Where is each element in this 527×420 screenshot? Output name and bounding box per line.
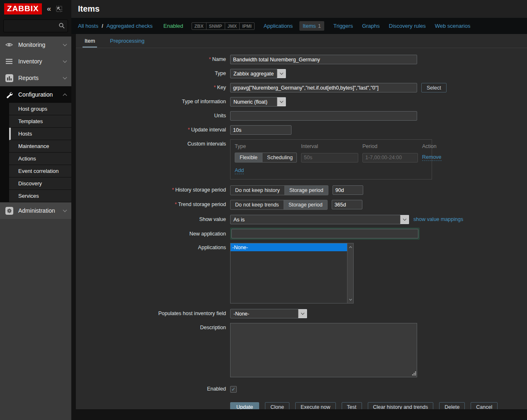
breadcrumb-host-link[interactable]: Aggregated checks: [107, 23, 153, 29]
sidebar-item-discovery[interactable]: Discovery: [9, 177, 71, 190]
new-application-input[interactable]: [231, 229, 418, 238]
sidebar-item-maintenance[interactable]: Maintenance: [9, 140, 71, 153]
title-bar: Items: [71, 0, 527, 18]
scheduling-option[interactable]: Scheduling: [262, 153, 297, 162]
tab-item[interactable]: Item: [83, 34, 97, 48]
nav-items-link[interactable]: Items1: [299, 21, 324, 31]
sidebar-item-administration[interactable]: Administration: [0, 202, 71, 219]
nav-discovery-rules-link[interactable]: Discovery rules: [389, 23, 426, 29]
inventory-field-select[interactable]: -None-: [230, 309, 307, 318]
nav-graphs-link[interactable]: Graphs: [362, 23, 380, 29]
required-marker: *: [175, 202, 177, 207]
kiosk-mode-icon[interactable]: [56, 6, 62, 12]
history-period-input[interactable]: [333, 185, 363, 195]
tab-preprocessing[interactable]: Preprocessing: [108, 34, 146, 48]
resize-handle[interactable]: [412, 371, 416, 377]
required-marker: *: [214, 85, 216, 90]
show-value-label: Show value: [199, 216, 226, 222]
type-select[interactable]: Zabbix aggregate: [230, 69, 286, 78]
key-input[interactable]: [230, 83, 417, 92]
interval-input[interactable]: [301, 153, 358, 163]
search-icon[interactable]: [58, 22, 65, 31]
sidebar-filler: [0, 219, 71, 420]
form-tabs: Item Preprocessing: [76, 34, 527, 48]
clone-button[interactable]: Clone: [265, 402, 289, 409]
scroll-up-icon[interactable]: [347, 244, 353, 250]
sidebar-item-templates[interactable]: Templates: [9, 115, 71, 128]
cancel-button[interactable]: Cancel: [471, 402, 498, 409]
show-value-select[interactable]: As is: [230, 215, 409, 224]
collapse-sidebar-icon[interactable]: «: [47, 6, 51, 12]
new-application-focus-ring: [230, 228, 420, 240]
host-status-enabled[interactable]: Enabled: [163, 23, 183, 29]
remove-interval-link[interactable]: Remove: [422, 154, 442, 161]
flexible-option[interactable]: Flexible: [235, 153, 262, 162]
wrench-icon: [5, 91, 13, 98]
badge-snmp: SNMP: [206, 22, 225, 30]
sidebar-item-monitoring[interactable]: Monitoring: [0, 36, 71, 53]
period-input[interactable]: [362, 153, 418, 163]
history-storage-toggle: Do not keep history Storage period: [230, 185, 328, 195]
execute-now-button[interactable]: Execute now: [295, 402, 336, 409]
zabbix-logo[interactable]: ZABBIX: [4, 3, 42, 15]
breadcrumb-all-hosts-link[interactable]: All hosts: [78, 23, 98, 29]
update-button[interactable]: Update: [230, 402, 259, 409]
chevron-down-icon: [63, 42, 67, 46]
type-of-information-label: Type of information: [182, 99, 226, 104]
sidebar-item-services[interactable]: Services: [9, 190, 71, 202]
do-not-keep-trends-option[interactable]: Do not keep trends: [231, 200, 284, 209]
type-of-information-select[interactable]: Numeric (float): [230, 97, 286, 107]
units-input[interactable]: [230, 111, 417, 121]
test-button[interactable]: Test: [342, 402, 362, 409]
trend-period-input[interactable]: [332, 200, 362, 209]
sidebar-item-hosts[interactable]: Hosts: [9, 128, 71, 140]
units-label: Units: [214, 113, 226, 119]
history-storage-period-option[interactable]: Storage period: [284, 186, 328, 195]
required-marker: *: [209, 56, 211, 62]
nav-web-scenarios-link[interactable]: Web scenarios: [435, 23, 471, 29]
chevron-down-icon: [277, 97, 286, 106]
delete-button[interactable]: Delete: [439, 402, 465, 409]
badge-ipmi: IPMI: [239, 22, 255, 30]
sidebar-item-configuration[interactable]: Configuration: [0, 86, 71, 103]
eye-icon: [5, 41, 13, 49]
sidebar-item-inventory[interactable]: Inventory: [0, 53, 71, 70]
applications-option-none[interactable]: -None-: [231, 243, 347, 251]
history-storage-label: History storage period: [175, 187, 226, 193]
name-input[interactable]: [230, 55, 417, 64]
enabled-checkbox[interactable]: ✓: [230, 386, 237, 393]
check-icon: ✓: [231, 386, 236, 392]
bar-chart-icon: [5, 74, 13, 82]
add-interval-link[interactable]: Add: [235, 168, 244, 174]
chevron-up-icon: [63, 93, 67, 97]
listbox-scrollbar[interactable]: [347, 243, 353, 303]
applications-label: Applications: [198, 245, 226, 250]
sidebar-item-host-groups[interactable]: Host groups: [9, 103, 71, 115]
applications-listbox[interactable]: -None-: [230, 243, 354, 303]
trend-storage-period-option[interactable]: Storage period: [284, 200, 327, 209]
list-icon: [5, 58, 13, 65]
chevron-down-icon: [277, 69, 286, 78]
scroll-down-icon[interactable]: [347, 296, 353, 302]
description-textarea[interactable]: [230, 323, 417, 377]
sidebar-item-event-correlation[interactable]: Event correlation: [9, 165, 71, 177]
nav-applications-link[interactable]: Applications: [264, 23, 293, 29]
key-select-button[interactable]: Select: [421, 83, 447, 92]
sidebar-item-actions[interactable]: Actions: [9, 153, 71, 165]
form-actions: Update Clone Execute now Test Clear hist…: [230, 402, 498, 409]
badge-zbx: ZBX: [192, 22, 206, 30]
custom-intervals-label: Custom intervals: [187, 141, 226, 147]
do-not-keep-history-option[interactable]: Do not keep history: [231, 186, 284, 195]
configuration-submenu: Host groups Templates Hosts Maintenance …: [0, 103, 71, 202]
update-interval-input[interactable]: [230, 125, 291, 135]
chevron-down-icon: [63, 75, 67, 80]
interface-badges: ZBX SNMP JMX IPMI: [192, 22, 255, 30]
breadcrumb: All hosts / Aggregated checks Enabled ZB…: [71, 18, 527, 34]
nav-triggers-link[interactable]: Triggers: [333, 23, 353, 29]
page-title: Items: [78, 4, 100, 14]
sidebar-item-reports[interactable]: Reports: [0, 70, 71, 86]
show-value-mappings-link[interactable]: show value mappings: [413, 215, 463, 222]
clear-history-button[interactable]: Clear history and trends: [368, 402, 434, 409]
custom-intervals-table: Type Interval Period Action Flexible Sch…: [230, 139, 432, 180]
name-label: Name: [212, 56, 226, 62]
